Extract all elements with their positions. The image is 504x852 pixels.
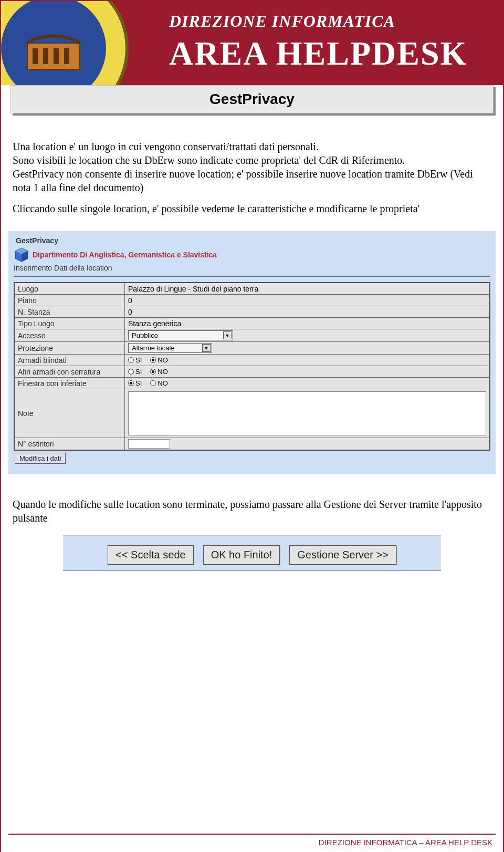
note-textarea[interactable] — [128, 391, 486, 435]
ok-finito-button[interactable]: OK ho Finito! — [203, 545, 280, 565]
form-subtitle: Inserimento Dati della location — [14, 264, 490, 272]
armadi-blindati-si-radio[interactable] — [128, 357, 134, 363]
svg-rect-4 — [43, 48, 48, 64]
intro-line-1: Una location e' un luogo in cui vengono … — [13, 141, 319, 152]
gestione-server-button[interactable]: Gestione Server >> — [289, 545, 396, 565]
value-tipoluogo: Stanza generica — [125, 318, 489, 329]
label-note: Note — [15, 389, 125, 438]
label-nstanza: N. Stanza — [15, 306, 125, 317]
chevron-down-icon: ▼ — [223, 331, 232, 339]
value-luogo: Palazzo di Lingue - Studi del piano terr… — [125, 283, 489, 294]
radio-label-si: SI — [135, 379, 142, 387]
finestra-si-radio[interactable] — [128, 380, 134, 386]
location-form-panel: GestPrivacy Dipartimento Di Anglistica, … — [8, 231, 496, 474]
location-table: Luogo Palazzo di Lingue - Studi del pian… — [14, 282, 490, 451]
intro-text: Una location e' un luogo in cui vengono … — [13, 140, 491, 215]
footer-text: DIREZIONE INFORMATICA – AREA HELP DESK — [1, 835, 503, 852]
value-nstanza: 0 — [125, 306, 489, 317]
label-piano: Piano — [15, 295, 125, 306]
intro-line-4: Cliccando sulle singole location, e' pos… — [13, 202, 491, 215]
accesso-select[interactable]: Pubblico ▼ — [128, 330, 233, 340]
chevron-down-icon: ▼ — [202, 344, 211, 352]
page-title: GestPrivacy — [10, 85, 494, 113]
svg-rect-6 — [64, 48, 69, 64]
cube-icon — [14, 247, 29, 263]
label-accesso: Accesso — [15, 329, 125, 341]
radio-label-no: NO — [158, 356, 168, 364]
altri-armadi-no-radio[interactable] — [150, 369, 156, 375]
header-banner: ITA · DEGLI DIREZIONE INFORMATICA AREA H… — [1, 1, 503, 85]
nav-button-bar: << Scelta sede OK ho Finito! Gestione Se… — [63, 535, 441, 571]
intro-line-2: Sono visibili le location che su DbErw s… — [13, 154, 405, 166]
intro-line-3: GestPrivacy non consente di inserire nuo… — [13, 168, 473, 193]
accesso-select-value: Pubblico — [132, 331, 158, 339]
modifica-dati-button[interactable]: Modifica i dati — [15, 453, 66, 464]
svg-rect-5 — [54, 48, 59, 64]
value-piano: 0 — [125, 295, 489, 306]
page: ITA · DEGLI DIREZIONE INFORMATICA AREA H… — [0, 0, 504, 852]
label-armadi-blindati: Armadi blindati — [15, 355, 125, 366]
radio-label-no: NO — [158, 379, 168, 387]
scelta-sede-button[interactable]: << Scelta sede — [108, 545, 193, 565]
radio-label-si: SI — [135, 356, 142, 364]
label-luogo: Luogo — [15, 283, 125, 294]
label-finestra: Finestra con inferiate — [15, 378, 125, 389]
finestra-no-radio[interactable] — [150, 380, 156, 386]
label-altri-armadi: Altri armadi con serratura — [15, 366, 125, 377]
divider — [14, 276, 490, 277]
label-protezione: Protezione — [15, 342, 125, 354]
header-subtitle: DIREZIONE INFORMATICA — [169, 12, 467, 31]
header-title: AREA HELPDESK — [169, 34, 467, 73]
label-tipoluogo: Tipo Luogo — [15, 318, 125, 329]
n-estintori-input[interactable] — [128, 439, 170, 449]
svg-rect-3 — [33, 48, 38, 64]
content-area: GestPrivacy Una location e' un luogo in … — [1, 85, 503, 834]
protezione-select-value: Allarme locale — [132, 344, 175, 352]
armadi-blindati-no-radio[interactable] — [150, 357, 156, 363]
form-legend: GestPrivacy — [16, 236, 490, 245]
department-name: Dipartimento Di Anglistica, Germanistica… — [33, 251, 217, 259]
after-form-text: Quando le modifiche sulle location sono … — [13, 497, 491, 525]
university-seal-icon: ITA · DEGLI — [1, 1, 132, 85]
radio-label-no: NO — [158, 368, 168, 376]
label-n-estintori: N° estintori — [15, 438, 125, 450]
protezione-select[interactable]: Allarme locale ▼ — [128, 343, 212, 353]
altri-armadi-si-radio[interactable] — [128, 369, 134, 375]
radio-label-si: SI — [135, 368, 142, 376]
